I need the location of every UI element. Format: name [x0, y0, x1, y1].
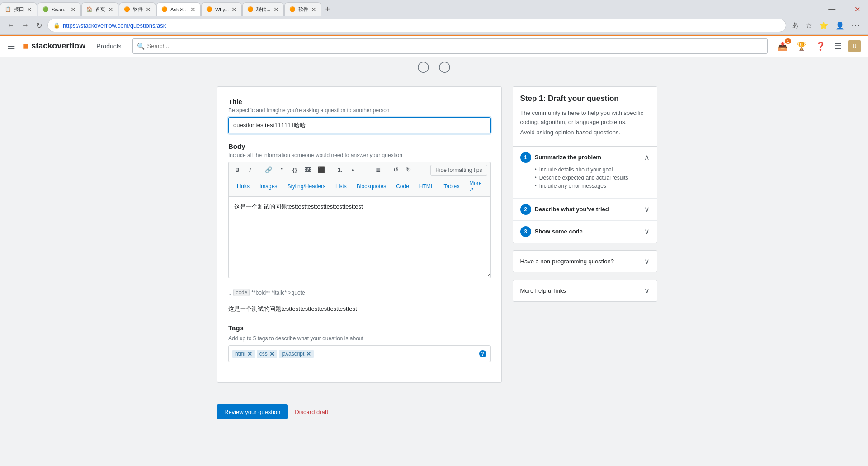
review-question-button[interactable]: Review your question: [217, 404, 288, 419]
achievements-button[interactable]: 🏆: [794, 39, 809, 53]
tab-software[interactable]: 🟠 软件 ✕: [119, 2, 156, 16]
forward-button[interactable]: →: [20, 19, 31, 31]
browser-profile-icon[interactable]: 👤: [833, 20, 847, 31]
tab-close-icon[interactable]: ✕: [274, 6, 279, 13]
tab-tables[interactable]: Tables: [439, 181, 464, 193]
main-content: Title Be specific and imagine you're ask…: [163, 76, 705, 394]
tab-close-icon[interactable]: ✕: [231, 6, 237, 13]
tab-ask-active[interactable]: 🟠 Ask S... ✕: [156, 2, 201, 16]
avatar[interactable]: U: [848, 40, 861, 52]
tab-links[interactable]: Links: [232, 181, 254, 193]
tab-title: 现代...: [256, 6, 270, 13]
menu-icon: ☰: [835, 42, 842, 51]
close-button[interactable]: ✕: [852, 4, 863, 15]
minimize-button[interactable]: —: [826, 4, 838, 14]
helpful-links-header[interactable]: More helpful links ∨: [520, 286, 650, 295]
step-header: Step 1: Draft your question The communit…: [513, 87, 657, 147]
more-options-icon[interactable]: ···: [849, 20, 863, 31]
tab-close-icon[interactable]: ✕: [108, 6, 113, 13]
header-icons: 📥 1 🏆 ❓ ☰ U: [775, 39, 861, 53]
bold-button[interactable]: B: [231, 164, 243, 176]
translate-icon[interactable]: あ: [790, 20, 801, 31]
discard-draft-button[interactable]: Discard draft: [293, 404, 330, 419]
hide-tips-button[interactable]: Hide formatting tips: [430, 165, 487, 176]
tab-home[interactable]: 🏠 首页 ✕: [81, 2, 118, 16]
tab-close-icon[interactable]: ✕: [27, 6, 32, 13]
inbox-button[interactable]: 📥 1: [775, 39, 790, 53]
goal-icon-left: ◯: [417, 60, 429, 73]
non-programming-header[interactable]: Have a non-programming question? ∨: [520, 257, 650, 266]
reload-button[interactable]: ↻: [34, 19, 44, 32]
tab-close-icon[interactable]: ✕: [146, 6, 151, 13]
tab-close-icon[interactable]: ✕: [311, 6, 316, 13]
indent-button[interactable]: ≡: [359, 164, 371, 176]
search-input[interactable]: [132, 38, 768, 54]
tag-javascript-remove[interactable]: ✕: [306, 351, 311, 357]
tab-modern[interactable]: 🟠 现代... ✕: [242, 2, 283, 16]
link-button[interactable]: 🔗: [262, 164, 275, 176]
unordered-list-button[interactable]: •: [347, 164, 359, 176]
code-inline-button[interactable]: {}: [289, 164, 301, 176]
tab-favicon: 🟠: [247, 6, 254, 13]
body-preview: 这是一个测试的问题testtesttesttesttesttesttesttes…: [228, 301, 491, 317]
body-textarea[interactable]: 这是一个测试的问题testtesttesttesttesttesttesttes…: [228, 197, 491, 278]
browser-action-icons: あ ☆ ⭐ 👤 ···: [790, 20, 863, 31]
so-logo[interactable]: ■ stackoverflow: [23, 40, 85, 52]
title-input[interactable]: [228, 117, 491, 133]
undo-button[interactable]: ↺: [390, 164, 401, 176]
new-tab-button[interactable]: +: [322, 3, 334, 16]
inbox-badge: 1: [785, 38, 791, 44]
tags-help-icon[interactable]: ?: [479, 350, 486, 357]
tab-favicon: 📋: [5, 6, 11, 13]
non-programming-section: Have a non-programming question? ∨: [513, 251, 657, 272]
step-1-num: 1: [520, 152, 531, 163]
hamburger-button[interactable]: ☰: [7, 41, 15, 52]
tab-swac[interactable]: 🟢 Swac... ✕: [38, 2, 81, 16]
products-button[interactable]: Products: [93, 41, 125, 52]
tab-title: Ask S...: [170, 7, 188, 12]
step-1-header[interactable]: 1 Summarize the problem ∧: [520, 152, 650, 163]
step-2-header[interactable]: 2 Describe what you've tried ∨: [520, 204, 650, 215]
outdent-button[interactable]: ≣: [372, 164, 384, 176]
step-3-header[interactable]: 3 Show some code ∨: [520, 226, 650, 237]
redo-button[interactable]: ↻: [402, 164, 414, 176]
image-button[interactable]: 🖼: [302, 164, 314, 176]
ordered-list-button[interactable]: 1.: [334, 164, 346, 176]
maximize-button[interactable]: □: [840, 4, 849, 14]
tab-close-icon[interactable]: ✕: [71, 6, 76, 13]
tab-code[interactable]: Code: [392, 181, 414, 193]
tags-input-container[interactable]: html ✕ css ✕ javascript ✕ ?: [228, 345, 491, 362]
help-button[interactable]: ❓: [813, 39, 828, 53]
tab-接口[interactable]: 📋 接口 ✕: [0, 2, 37, 16]
quote-button[interactable]: ": [276, 164, 288, 176]
tab-more[interactable]: More ↗: [465, 177, 486, 196]
form-section: Title Be specific and imagine you're ask…: [217, 86, 502, 383]
tag-html-remove[interactable]: ✕: [247, 351, 252, 357]
goal-icons-row: ◯ ◯: [0, 57, 868, 76]
tags-desc: Add up to 5 tags to describe what your q…: [228, 335, 491, 342]
step-2-num: 2: [520, 204, 531, 215]
code-block-button[interactable]: ⬛: [315, 164, 328, 176]
italic-button[interactable]: I: [244, 164, 256, 176]
toolbar-separator-3: [387, 166, 387, 174]
tab-title: Why...: [215, 7, 229, 12]
tab-software2[interactable]: 🟠 软件 ✕: [284, 2, 321, 16]
favorites-icon[interactable]: ⭐: [817, 20, 830, 31]
back-button[interactable]: ←: [5, 19, 16, 31]
url-bar[interactable]: 🔒 https://stackoverflow.com/questions/as…: [47, 19, 786, 32]
step-title: Step 1: Draft your question: [520, 94, 650, 103]
tag-css-remove[interactable]: ✕: [269, 351, 274, 357]
title-label: Title: [228, 98, 491, 105]
tab-close-icon[interactable]: ✕: [190, 6, 196, 13]
tab-bar: 📋 接口 ✕ 🟢 Swac... ✕ 🏠 首页 ✕ 🟠 软件 ✕ 🟠 Ask S…: [0, 0, 868, 16]
tab-html[interactable]: HTML: [415, 181, 439, 193]
menu-button[interactable]: ☰: [832, 39, 844, 53]
tab-why[interactable]: 🟠 Why... ✕: [201, 2, 242, 16]
reading-list-icon[interactable]: ☆: [803, 20, 814, 31]
tab-blockquotes[interactable]: Blockquotes: [352, 181, 391, 193]
tab-images[interactable]: Images: [255, 181, 282, 193]
tab-lists[interactable]: Lists: [331, 181, 351, 193]
goal-icon-right: ◯: [439, 60, 451, 73]
tab-styling[interactable]: Styling/Headers: [283, 181, 330, 193]
tag-javascript-text: javascript: [282, 351, 305, 357]
